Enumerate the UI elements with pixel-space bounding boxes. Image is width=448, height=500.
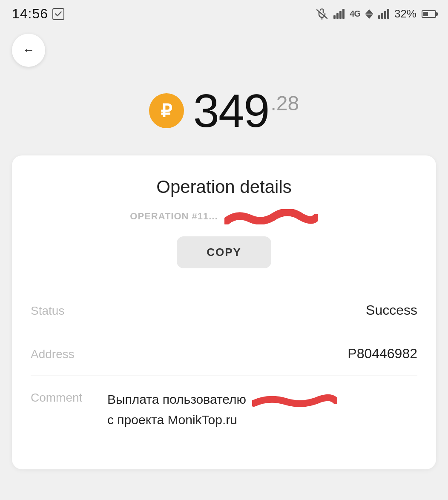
status-bar: 14:56 4G bbox=[0, 0, 448, 26]
address-value: P80446982 bbox=[107, 346, 417, 362]
details-card: Operation details OPERATION #11... COPY … bbox=[12, 155, 436, 469]
amount-decimal: .28 bbox=[270, 93, 299, 114]
address-label: Address bbox=[31, 346, 107, 361]
redact-mark-comment bbox=[252, 394, 337, 407]
copy-button[interactable]: COPY bbox=[177, 236, 271, 268]
data-arrows bbox=[365, 9, 373, 19]
status-left: 14:56 bbox=[12, 6, 64, 22]
status-time: 14:56 bbox=[12, 6, 48, 22]
currency-symbol: ₽ bbox=[161, 101, 172, 121]
status-row: Status Success bbox=[31, 289, 417, 332]
address-row: Address P80446982 bbox=[31, 332, 417, 376]
mute-icon bbox=[316, 9, 328, 20]
status-right: 4G 32% bbox=[316, 7, 436, 20]
comment-label: Comment bbox=[31, 389, 107, 405]
card-title: Operation details bbox=[31, 177, 417, 197]
redact-mark-operation bbox=[224, 209, 318, 224]
lte-badge: 4G bbox=[350, 9, 360, 19]
amount-section: ₽ 349 .28 bbox=[0, 75, 448, 155]
signal-icon-1 bbox=[333, 9, 345, 19]
comment-value: Выплата пользователю с проекта MonikTop.… bbox=[107, 389, 417, 430]
operation-number: OPERATION #11... bbox=[31, 209, 417, 224]
svg-marker-2 bbox=[365, 14, 373, 19]
back-section: ← bbox=[0, 26, 448, 75]
back-arrow-icon: ← bbox=[23, 43, 34, 57]
amount-display: 349 .28 bbox=[193, 87, 299, 134]
status-label: Status bbox=[31, 302, 107, 318]
comment-row: Comment Выплата пользователю с проекта M… bbox=[31, 376, 417, 444]
back-button[interactable]: ← bbox=[12, 34, 45, 67]
battery-percent: 32% bbox=[394, 7, 416, 20]
amount-main: 349 bbox=[193, 87, 269, 134]
svg-marker-1 bbox=[365, 9, 373, 14]
signal-icon-2 bbox=[378, 9, 389, 19]
status-value: Success bbox=[107, 302, 417, 318]
currency-circle: ₽ bbox=[149, 93, 184, 128]
check-icon bbox=[52, 8, 64, 20]
battery-icon bbox=[422, 10, 436, 18]
